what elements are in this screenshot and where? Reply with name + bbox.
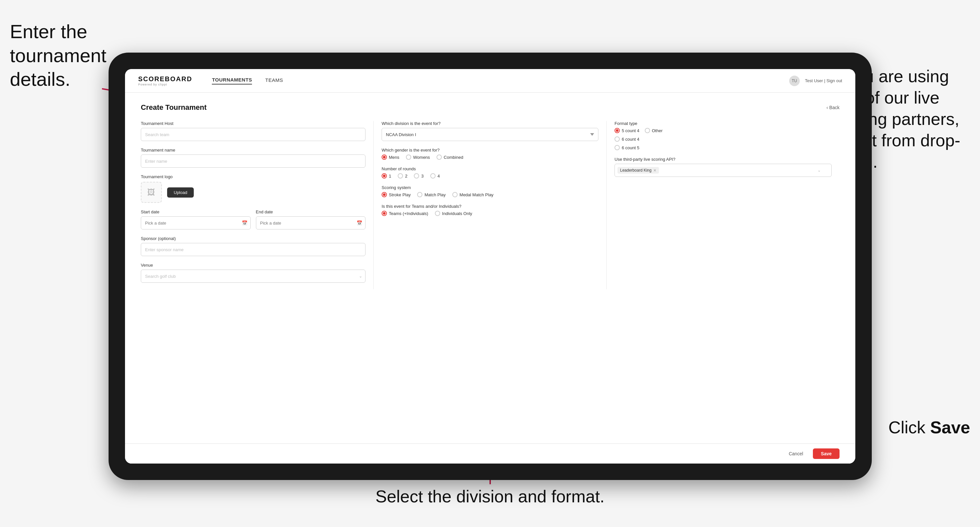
teams-radio-group: Teams (+Individuals) Individuals Only — [382, 211, 598, 216]
round-4[interactable]: 4 — [430, 173, 440, 178]
scoring-stroke[interactable]: Stroke Play — [382, 192, 410, 197]
venue-input[interactable] — [141, 270, 366, 283]
annotation-bottom-center: Select the division and format. — [375, 486, 605, 507]
format-row-3: 6 count 5 — [614, 145, 832, 150]
format-group: Format type 5 count 4 Other — [614, 121, 832, 150]
host-group: Tournament Host — [141, 121, 366, 141]
main-content: Create Tournament ‹ Back Tournament Host… — [125, 93, 855, 464]
end-date-wrap: 📅 — [256, 216, 366, 230]
rounds-label: Number of rounds — [382, 167, 598, 171]
sponsor-label: Sponsor (optional) — [141, 236, 366, 241]
division-group: Which division is the event for? NCAA Di… — [382, 121, 598, 141]
gender-combined[interactable]: Combined — [436, 154, 463, 160]
gender-womens[interactable]: Womens — [406, 154, 430, 160]
gender-label: Which gender is the event for? — [382, 148, 598, 152]
scoring-medal[interactable]: Medal Match Play — [452, 192, 493, 197]
radio-womens-circle — [406, 154, 411, 160]
teams-label: Is this event for Teams and/or Individua… — [382, 204, 598, 209]
format-other[interactable]: Other — [645, 128, 663, 133]
radio-6count5-circle — [614, 145, 620, 150]
form-footer: Cancel Save — [125, 443, 855, 464]
start-date-input[interactable] — [141, 216, 251, 230]
navbar: SCOREBOARD Powered by clippt TOURNAMENTS… — [125, 69, 855, 93]
nav-right: TU Test User | Sign out — [789, 76, 842, 86]
radio-match-circle — [417, 192, 422, 197]
tablet-screen: SCOREBOARD Powered by clippt TOURNAMENTS… — [125, 69, 855, 464]
save-button[interactable]: Save — [813, 448, 840, 459]
radio-combined-circle — [436, 154, 442, 160]
user-label: Test User | Sign out — [805, 78, 842, 83]
format-label: Format type — [614, 121, 832, 126]
radio-stroke-circle — [382, 192, 387, 197]
start-date-group: Start date 📅 — [141, 210, 251, 230]
brand-subtitle: Powered by clippt — [138, 83, 192, 86]
nav-tournaments[interactable]: TOURNAMENTS — [212, 77, 252, 84]
format-5count4[interactable]: 5 count 4 — [614, 128, 640, 133]
radio-individuals-circle — [435, 211, 440, 216]
live-scoring-tag: Leaderboard King × — [617, 167, 659, 174]
form-header: Create Tournament ‹ Back — [141, 103, 840, 112]
host-input[interactable] — [141, 128, 366, 141]
scoring-group: Scoring system Stroke Play Match Play — [382, 185, 598, 197]
form-column-2: Which division is the event for? NCAA Di… — [374, 121, 607, 289]
radio-round3-circle — [414, 173, 419, 178]
date-row: Start date 📅 End date — [141, 210, 366, 230]
upload-button[interactable]: Upload — [167, 187, 194, 198]
form-column-3: Format type 5 count 4 Other — [607, 121, 840, 289]
name-input[interactable] — [141, 154, 366, 168]
venue-select-wrap: ⌄ — [141, 270, 366, 283]
radio-mens-circle — [382, 154, 387, 160]
format-6count5[interactable]: 6 count 5 — [614, 145, 640, 150]
sponsor-group: Sponsor (optional) — [141, 236, 366, 256]
venue-label: Venue — [141, 263, 366, 268]
format-row-1: 5 count 4 Other — [614, 128, 832, 133]
name-group: Tournament name — [141, 148, 366, 168]
logo-group: Tournament logo 🖼 Upload — [141, 174, 366, 203]
image-icon: 🖼 — [147, 188, 155, 197]
end-date-group: End date 📅 — [256, 210, 366, 230]
format-row-2: 6 count 4 — [614, 137, 832, 142]
scoring-label: Scoring system — [382, 185, 598, 190]
round-1[interactable]: 1 — [382, 173, 391, 178]
end-date-input[interactable] — [256, 216, 366, 230]
name-label: Tournament name — [141, 148, 366, 152]
back-link[interactable]: ‹ Back — [826, 105, 840, 110]
format-6count4[interactable]: 6 count 4 — [614, 137, 640, 142]
start-date-wrap: 📅 — [141, 216, 251, 230]
venue-group: Venue ⌄ — [141, 263, 366, 283]
teams-group: Is this event for Teams and/or Individua… — [382, 204, 598, 216]
tablet: SCOREBOARD Powered by clippt TOURNAMENTS… — [108, 52, 872, 480]
gender-mens[interactable]: Mens — [382, 154, 399, 160]
radio-other-circle — [645, 128, 650, 133]
teams-plus-individuals[interactable]: Teams (+Individuals) — [382, 211, 428, 216]
form-column-1: Tournament Host Tournament name Tourname… — [141, 121, 374, 289]
division-label: Which division is the event for? — [382, 121, 598, 126]
radio-teams-circle — [382, 211, 387, 216]
round-2[interactable]: 2 — [398, 173, 407, 178]
individuals-only[interactable]: Individuals Only — [435, 211, 473, 216]
live-scoring-input[interactable]: Leaderboard King × ⌄ — [614, 164, 832, 177]
form-title: Create Tournament — [141, 103, 207, 112]
radio-round1-circle — [382, 173, 387, 178]
scoring-radio-group: Stroke Play Match Play Medal Match Play — [382, 192, 598, 197]
sponsor-input[interactable] — [141, 243, 366, 256]
round-3[interactable]: 3 — [414, 173, 423, 178]
gender-radio-group: Mens Womens Combined — [382, 154, 598, 160]
logo-upload: 🖼 Upload — [141, 182, 366, 203]
cancel-button[interactable]: Cancel — [784, 448, 808, 459]
annotation-top-left: Enter the tournament details. — [10, 20, 106, 91]
scoring-chevron: ⌄ — [818, 168, 821, 173]
scoring-match[interactable]: Match Play — [417, 192, 445, 197]
form-container: Create Tournament ‹ Back Tournament Host… — [125, 93, 855, 300]
form-grid: Tournament Host Tournament name Tourname… — [141, 121, 840, 289]
rounds-radio-group: 1 2 3 — [382, 173, 598, 178]
tag-close-icon[interactable]: × — [653, 168, 656, 173]
division-select-wrap: NCAA Division I NCAA Division II NCAA Di… — [382, 128, 598, 141]
user-avatar: TU — [789, 76, 800, 86]
radio-round4-circle — [430, 173, 436, 178]
nav-teams[interactable]: TEAMS — [265, 77, 283, 84]
host-label: Tournament Host — [141, 121, 366, 126]
rounds-group: Number of rounds 1 2 — [382, 167, 598, 178]
brand-title: SCOREBOARD — [138, 75, 192, 83]
division-select[interactable]: NCAA Division I NCAA Division II NCAA Di… — [382, 128, 598, 141]
